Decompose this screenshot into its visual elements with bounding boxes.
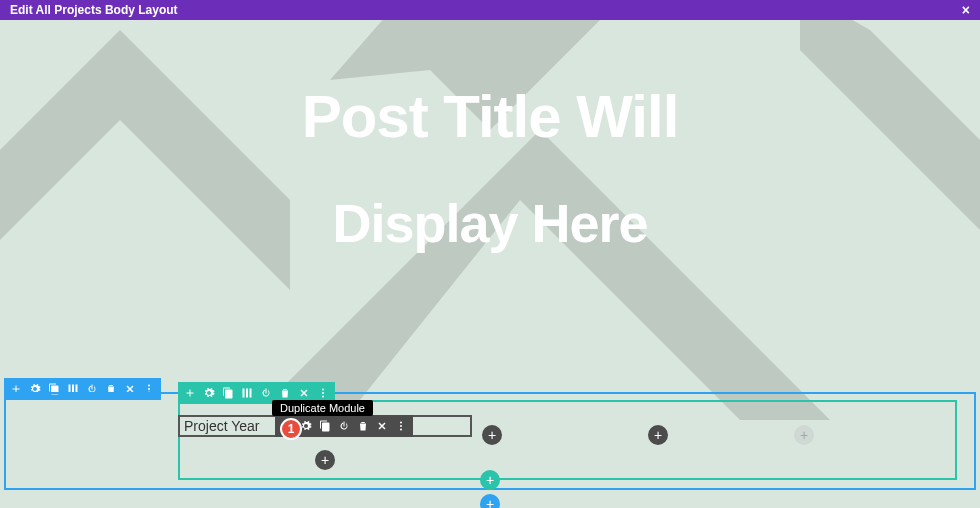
add-module-button[interactable]: + <box>315 450 335 470</box>
svg-point-9 <box>322 396 324 398</box>
add-column-button[interactable]: + <box>794 425 814 445</box>
more-icon[interactable] <box>317 387 329 399</box>
gear-icon[interactable] <box>203 387 215 399</box>
add-row-button[interactable]: + <box>480 470 500 490</box>
close-icon[interactable] <box>376 420 388 432</box>
svg-point-5 <box>148 388 150 390</box>
close-icon[interactable] <box>298 387 310 399</box>
tooltip: Duplicate Module <box>272 400 373 416</box>
power-icon[interactable] <box>260 387 272 399</box>
close-icon[interactable]: × <box>962 2 970 18</box>
svg-point-7 <box>322 389 324 391</box>
svg-point-8 <box>322 392 324 394</box>
duplicate-icon[interactable] <box>222 387 234 399</box>
trash-icon[interactable] <box>357 420 369 432</box>
add-module-button[interactable]: + <box>482 425 502 445</box>
window-title: Edit All Projects Body Layout <box>10 3 178 17</box>
svg-point-11 <box>400 425 402 427</box>
svg-point-12 <box>400 429 402 431</box>
more-icon[interactable] <box>395 420 407 432</box>
module-label: Project Year <box>184 418 260 434</box>
hero-title-line1: Post Title Will <box>0 82 980 151</box>
add-icon[interactable] <box>184 387 196 399</box>
columns-icon[interactable] <box>241 387 253 399</box>
window-header: Edit All Projects Body Layout × <box>0 0 980 20</box>
duplicate-icon[interactable] <box>319 420 331 432</box>
add-section-button[interactable]: + <box>480 494 500 508</box>
hero-title-line2: Display Here <box>0 192 980 254</box>
trash-icon[interactable] <box>279 387 291 399</box>
builder-canvas: Post Title Will Display Here Project Yea… <box>0 20 980 508</box>
add-module-button[interactable]: + <box>648 425 668 445</box>
power-icon[interactable] <box>338 420 350 432</box>
annotation-marker: 1 <box>280 418 302 440</box>
svg-point-10 <box>400 422 402 424</box>
svg-point-4 <box>148 385 150 387</box>
svg-marker-1 <box>270 130 830 420</box>
